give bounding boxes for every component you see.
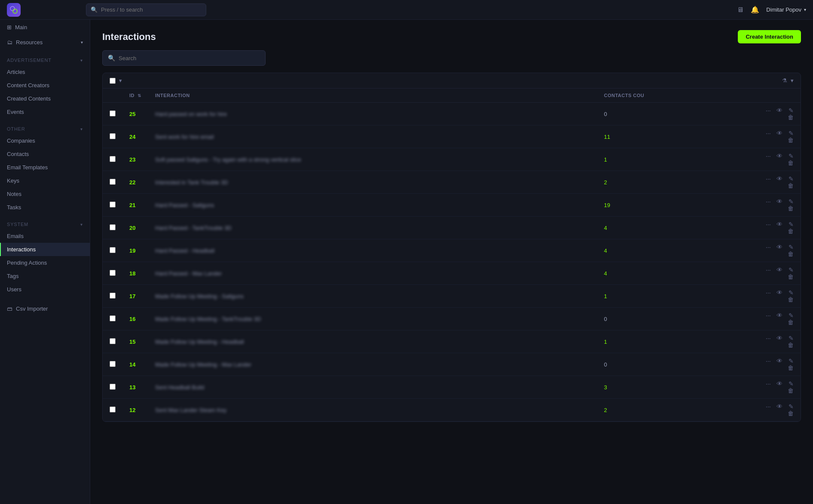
edit-icon[interactable]: ✎	[789, 175, 794, 182]
row-checkbox[interactable]	[110, 406, 116, 412]
delete-icon[interactable]: 🗑	[788, 387, 794, 394]
row-checkbox[interactable]	[110, 270, 116, 276]
sidebar-item-keys[interactable]: Keys	[0, 174, 90, 187]
search-input[interactable]	[119, 55, 260, 61]
row-checkbox[interactable]	[110, 156, 116, 162]
sidebar-item-companies[interactable]: Companies	[0, 134, 90, 147]
row-checkbox[interactable]	[110, 224, 116, 230]
delete-icon[interactable]: 🗑	[788, 205, 794, 212]
sidebar-item-users[interactable]: Users	[0, 283, 90, 296]
view-icon[interactable]: 👁	[776, 198, 782, 205]
sidebar-item-pending-actions[interactable]: Pending Actions	[0, 256, 90, 269]
view-icon[interactable]: 👁	[776, 153, 782, 159]
view-icon[interactable]: 👁	[776, 357, 782, 364]
sidebar-item-events[interactable]: Events	[0, 105, 90, 119]
sidebar-item-emails[interactable]: Emails	[0, 229, 90, 243]
view-icon[interactable]: 👁	[776, 175, 782, 182]
delete-icon[interactable]: 🗑	[788, 296, 794, 303]
sidebar-resources-toggle[interactable]: 🗂 Resources ▾	[0, 35, 90, 50]
view-icon[interactable]: 👁	[776, 380, 782, 387]
sidebar-item-interactions[interactable]: Interactions	[0, 243, 90, 256]
more-options-icon[interactable]: ···	[766, 198, 771, 205]
view-icon[interactable]: 👁	[776, 289, 782, 296]
sidebar-item-created-contents[interactable]: Created Contents	[0, 92, 90, 105]
more-options-icon[interactable]: ···	[766, 130, 771, 137]
bell-icon[interactable]: 🔔	[751, 6, 759, 14]
delete-icon[interactable]: 🗑	[788, 410, 794, 417]
search-bar[interactable]: 🔍	[102, 50, 266, 66]
view-icon[interactable]: 👁	[776, 335, 782, 342]
row-checkbox[interactable]	[110, 110, 116, 116]
filter-chevron-icon[interactable]: ▾	[791, 77, 794, 84]
edit-icon[interactable]: ✎	[789, 153, 794, 159]
sidebar-item-main[interactable]: ⊞ Main	[0, 20, 90, 35]
row-checkbox[interactable]	[110, 338, 116, 344]
select-all-checkbox[interactable]	[110, 78, 116, 84]
edit-icon[interactable]: ✎	[789, 357, 794, 364]
row-checkbox[interactable]	[110, 315, 116, 321]
more-options-icon[interactable]: ···	[766, 244, 771, 250]
topnav-search-bar[interactable]: 🔍	[86, 3, 206, 16]
more-options-icon[interactable]: ···	[766, 107, 771, 114]
sidebar-item-contacts[interactable]: Contacts	[0, 147, 90, 161]
filter-icon[interactable]: ⚗	[782, 77, 787, 84]
delete-icon[interactable]: 🗑	[788, 319, 794, 326]
delete-icon[interactable]: 🗑	[788, 114, 794, 121]
more-options-icon[interactable]: ···	[766, 380, 771, 387]
dropdown-chevron-icon[interactable]: ▾	[119, 77, 122, 84]
edit-icon[interactable]: ✎	[789, 266, 794, 273]
sidebar-item-csv-importer[interactable]: 🗃 Csv Importer	[0, 301, 90, 316]
delete-icon[interactable]: 🗑	[788, 182, 794, 189]
view-icon[interactable]: 👁	[776, 130, 782, 137]
sidebar-item-tags[interactable]: Tags	[0, 269, 90, 283]
delete-icon[interactable]: 🗑	[788, 250, 794, 257]
edit-icon[interactable]: ✎	[789, 380, 794, 387]
create-interaction-button[interactable]: Create Interaction	[738, 30, 801, 43]
view-icon[interactable]: 👁	[776, 312, 782, 319]
sidebar-item-notes[interactable]: Notes	[0, 187, 90, 201]
monitor-icon[interactable]: 🖥	[737, 6, 744, 14]
edit-icon[interactable]: ✎	[789, 244, 794, 250]
more-options-icon[interactable]: ···	[766, 403, 771, 410]
edit-icon[interactable]: ✎	[789, 221, 794, 228]
delete-icon[interactable]: 🗑	[788, 273, 794, 280]
row-checkbox[interactable]	[110, 179, 116, 185]
view-icon[interactable]: 👁	[776, 244, 782, 250]
delete-icon[interactable]: 🗑	[788, 364, 794, 371]
view-icon[interactable]: 👁	[776, 266, 782, 273]
sidebar-item-tasks[interactable]: Tasks	[0, 201, 90, 214]
more-options-icon[interactable]: ···	[766, 357, 771, 364]
row-checkbox[interactable]	[110, 293, 116, 299]
more-options-icon[interactable]: ···	[766, 335, 771, 342]
topnav-search-input[interactable]	[101, 6, 187, 13]
edit-icon[interactable]: ✎	[789, 289, 794, 296]
delete-icon[interactable]: 🗑	[788, 228, 794, 235]
view-icon[interactable]: 👁	[776, 403, 782, 410]
edit-icon[interactable]: ✎	[789, 130, 794, 137]
more-options-icon[interactable]: ···	[766, 175, 771, 182]
row-checkbox[interactable]	[110, 133, 116, 139]
delete-icon[interactable]: 🗑	[788, 159, 794, 166]
row-checkbox[interactable]	[110, 361, 116, 367]
delete-icon[interactable]: 🗑	[788, 342, 794, 348]
more-options-icon[interactable]: ···	[766, 289, 771, 296]
sidebar-item-articles[interactable]: Articles	[0, 65, 90, 79]
row-checkbox[interactable]	[110, 247, 116, 253]
edit-icon[interactable]: ✎	[789, 198, 794, 205]
delete-icon[interactable]: 🗑	[788, 137, 794, 144]
sidebar-item-content-creators[interactable]: Content Creators	[0, 79, 90, 92]
more-options-icon[interactable]: ···	[766, 266, 771, 273]
more-options-icon[interactable]: ···	[766, 153, 771, 159]
user-menu[interactable]: Dimitar Popov ▾	[766, 6, 806, 13]
edit-icon[interactable]: ✎	[789, 312, 794, 319]
view-icon[interactable]: 👁	[776, 221, 782, 228]
view-icon[interactable]: 👁	[776, 107, 782, 114]
edit-icon[interactable]: ✎	[789, 403, 794, 410]
more-options-icon[interactable]: ···	[766, 221, 771, 228]
edit-icon[interactable]: ✎	[789, 107, 794, 114]
id-sort-icon[interactable]: ⇅	[138, 93, 141, 98]
row-checkbox[interactable]	[110, 202, 116, 208]
row-checkbox[interactable]	[110, 384, 116, 390]
more-options-icon[interactable]: ···	[766, 312, 771, 319]
sidebar-item-email-templates[interactable]: Email Templates	[0, 161, 90, 174]
